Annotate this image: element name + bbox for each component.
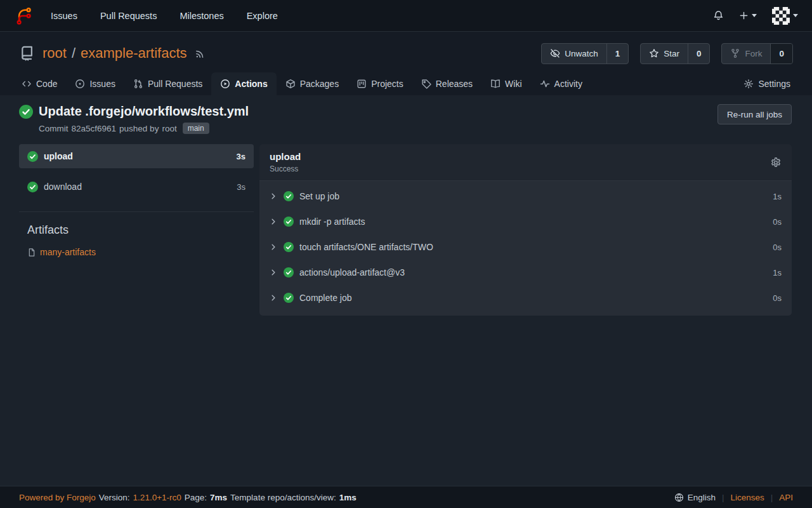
job-detail-panel: upload Success [259, 144, 792, 316]
repo-name-link[interactable]: example-artifacts [81, 45, 187, 62]
job-steps-list: Set up job 1s mkdir -p artifacts 0s [259, 181, 792, 316]
rss-icon[interactable] [195, 48, 206, 59]
commit-author-link[interactable]: root [162, 124, 176, 133]
job-duration: 3s [237, 152, 246, 161]
eye-slash-icon [550, 48, 560, 58]
chevron-right-icon [270, 294, 277, 302]
step-row-touch[interactable]: touch artifacts/ONE artifacts/TWO 0s [259, 234, 792, 260]
notifications-button[interactable] [713, 10, 724, 21]
navbar-right [713, 7, 798, 25]
chevron-right-icon [270, 192, 277, 200]
fork-button[interactable]: Fork [722, 44, 770, 64]
issue-circle-icon [75, 79, 85, 89]
nav-pull-requests[interactable]: Pull Requests [100, 11, 157, 21]
create-new-button[interactable] [739, 11, 757, 20]
check-circle-icon [27, 182, 38, 192]
avatar-identicon [772, 7, 790, 25]
tab-settings[interactable]: Settings [735, 72, 799, 95]
chevron-down-icon [752, 14, 757, 17]
tab-releases[interactable]: Releases [412, 72, 481, 95]
check-circle-icon [284, 242, 294, 252]
job-detail-header: upload Success [259, 144, 792, 181]
star-label: Star [664, 49, 679, 58]
jobs-sidebar: upload 3s download 3s Artifacts many-art… [19, 144, 254, 316]
check-circle-icon [27, 151, 38, 162]
tab-wiki[interactable]: Wiki [481, 72, 530, 95]
repo-separator: / [72, 45, 75, 62]
repo-tabs: Code Issues Pull Requests Actions [0, 67, 812, 95]
tab-activity[interactable]: Activity [531, 72, 591, 95]
globe-icon [674, 493, 684, 502]
artifacts-heading: Artifacts [19, 224, 254, 237]
plus-icon [739, 11, 749, 20]
commit-line: Commit 82a5cf6961 pushed by root main [39, 123, 249, 134]
chevron-right-icon [270, 243, 277, 251]
nav-issues[interactable]: Issues [51, 11, 77, 21]
repo-title: root / example-artifacts [43, 45, 187, 62]
version-link[interactable]: 1.21.0+1-rc0 [133, 493, 181, 502]
star-button[interactable]: Star [641, 44, 688, 64]
forks-count[interactable]: 0 [770, 44, 792, 64]
nav-explore[interactable]: Explore [247, 11, 278, 21]
star-icon [649, 48, 659, 58]
git-fork-icon [730, 48, 740, 58]
package-icon [285, 79, 296, 89]
unwatch-button-group: Unwatch 1 [541, 43, 629, 64]
tab-code[interactable]: Code [13, 72, 66, 95]
navbar-links: Issues Pull Requests Milestones Explore [51, 11, 278, 21]
page-footer: Powered by Forgejo Version: 1.21.0+1-rc0… [0, 486, 812, 508]
run-title-block: Update .forgejo/workflows/test.yml Commi… [19, 104, 249, 134]
account-menu-button[interactable] [772, 7, 798, 25]
chevron-right-icon [270, 218, 277, 225]
page-render-time: 7ms [210, 493, 227, 502]
check-circle-icon [284, 217, 294, 227]
language-menu[interactable]: English [674, 493, 716, 502]
step-duration: 0s [773, 243, 782, 252]
repo-action-buttons: Unwatch 1 Star 0 [541, 43, 793, 64]
gear-icon[interactable] [770, 157, 782, 168]
step-duration: 0s [773, 217, 782, 227]
play-circle-icon [220, 79, 230, 89]
api-link[interactable]: API [779, 493, 793, 502]
stars-count[interactable]: 0 [688, 44, 710, 64]
tab-projects[interactable]: Projects [348, 72, 412, 95]
chevron-down-icon [793, 14, 798, 17]
run-title: Update .forgejo/workflows/test.yml [39, 104, 249, 119]
repo-owner-link[interactable]: root [43, 45, 67, 62]
tab-actions[interactable]: Actions [211, 72, 276, 95]
unwatch-label: Unwatch [565, 49, 598, 58]
step-row-upload-artifact[interactable]: actions/upload-artifact@v3 1s [259, 260, 792, 285]
git-pull-request-icon [133, 79, 143, 89]
job-item-download[interactable]: download 3s [19, 175, 254, 199]
unwatch-button[interactable]: Unwatch [542, 44, 606, 64]
tab-pull-requests[interactable]: Pull Requests [124, 72, 211, 95]
pulse-icon [540, 79, 550, 89]
check-circle-icon [284, 191, 294, 201]
rerun-all-jobs-button[interactable]: Re-run all jobs [717, 104, 792, 124]
step-duration: 0s [773, 293, 782, 303]
step-row-complete[interactable]: Complete job 0s [259, 285, 792, 311]
powered-by-link[interactable]: Powered by Forgejo [19, 493, 96, 502]
chevron-right-icon [270, 269, 277, 276]
job-item-upload[interactable]: upload 3s [19, 144, 254, 168]
artifact-link-many-artifacts[interactable]: many-artifacts [19, 247, 254, 257]
tab-packages[interactable]: Packages [277, 72, 348, 95]
tab-issues[interactable]: Issues [66, 72, 124, 95]
watchers-count[interactable]: 1 [606, 44, 629, 64]
star-button-group: Star 0 [640, 43, 710, 64]
project-board-icon [357, 79, 367, 89]
actions-run-view: Update .forgejo/workflows/test.yml Commi… [0, 95, 812, 316]
step-row-mkdir[interactable]: mkdir -p artifacts 0s [259, 209, 792, 234]
job-detail-status: Success [270, 164, 301, 173]
file-icon [27, 248, 36, 257]
job-duration: 3s [237, 182, 246, 192]
fork-label: Fork [745, 49, 762, 58]
commit-sha-link[interactable]: 82a5cf6961 [72, 124, 117, 133]
step-row-setup[interactable]: Set up job 1s [259, 184, 792, 209]
forgejo-logo[interactable] [14, 6, 33, 25]
licenses-link[interactable]: Licenses [730, 493, 764, 502]
nav-milestones[interactable]: Milestones [180, 11, 223, 21]
step-duration: 1s [773, 268, 782, 277]
code-icon [22, 79, 32, 89]
branch-badge[interactable]: main [183, 123, 209, 134]
